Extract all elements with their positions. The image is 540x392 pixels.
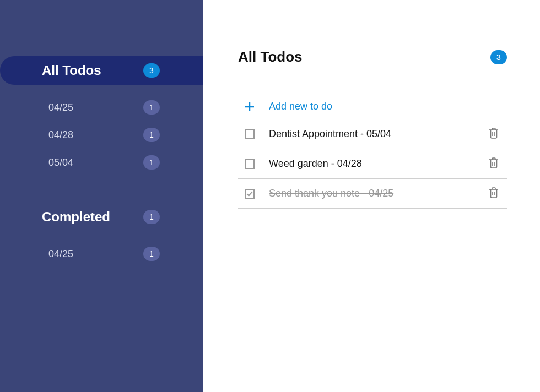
delete-button[interactable]	[487, 128, 500, 141]
sidebar-all-items: 04/25 1 04/28 1 05/04 1	[0, 85, 203, 176]
sidebar-all-todos-label: All Todos	[42, 63, 101, 78]
sidebar-item-0504[interactable]: 05/04 1	[0, 149, 203, 176]
main-header: All Todos 3	[238, 48, 507, 66]
add-todo-label: Add new to do	[269, 101, 332, 112]
sidebar-completed-items: 04/25 1	[0, 231, 203, 268]
todo-row: Dentist Appointment - 05/04	[238, 119, 507, 149]
sidebar-all-todos-count: 3	[143, 63, 160, 78]
sidebar-completed-count: 1	[143, 210, 160, 224]
sidebar-completed-label: Completed	[42, 209, 110, 225]
todo-list: Add new to do Dentist Appointment - 05/0…	[238, 94, 507, 209]
page-title: All Todos	[238, 48, 303, 66]
todo-checkbox[interactable]	[245, 129, 255, 139]
main-content: All Todos 3 Add new to do Dentist Appoin…	[203, 0, 540, 392]
todo-row: Weed garden - 04/28	[238, 149, 507, 179]
trash-icon	[489, 187, 499, 200]
delete-button[interactable]	[487, 157, 500, 171]
todo-text: Send thank you note - 04/25	[269, 188, 473, 199]
sidebar-item-0425[interactable]: 04/25 1	[0, 94, 203, 121]
trash-icon	[489, 157, 499, 171]
sidebar-completed-header[interactable]: Completed 1	[0, 203, 203, 231]
sidebar-item-count: 1	[143, 247, 160, 261]
delete-button[interactable]	[487, 187, 500, 200]
sidebar-item-count: 1	[143, 128, 160, 142]
todo-checkbox[interactable]	[245, 189, 255, 199]
sidebar-item-0428[interactable]: 04/28 1	[0, 121, 203, 149]
sidebar-item-count: 1	[143, 100, 160, 115]
plus-icon	[245, 102, 255, 112]
sidebar-all-todos-header[interactable]: All Todos 3	[0, 56, 203, 85]
sidebar-item-label: 04/25	[48, 102, 73, 113]
sidebar-item-label: 04/28	[48, 129, 73, 141]
todo-text: Dentist Appointment - 05/04	[269, 128, 473, 140]
todo-text: Weed garden - 04/28	[269, 158, 473, 170]
todo-checkbox[interactable]	[245, 159, 255, 169]
main-count-badge: 3	[490, 50, 507, 64]
sidebar-completed-item-0425[interactable]: 04/25 1	[0, 240, 203, 268]
add-todo-button[interactable]: Add new to do	[238, 94, 507, 119]
trash-icon	[489, 128, 499, 141]
sidebar-item-count: 1	[143, 155, 160, 170]
todo-row: Send thank you note - 04/25	[238, 179, 507, 209]
sidebar: All Todos 3 04/25 1 04/28 1 05/04 1 Comp…	[0, 0, 203, 392]
sidebar-item-label: 04/25	[48, 248, 73, 260]
sidebar-item-label: 05/04	[48, 157, 73, 168]
